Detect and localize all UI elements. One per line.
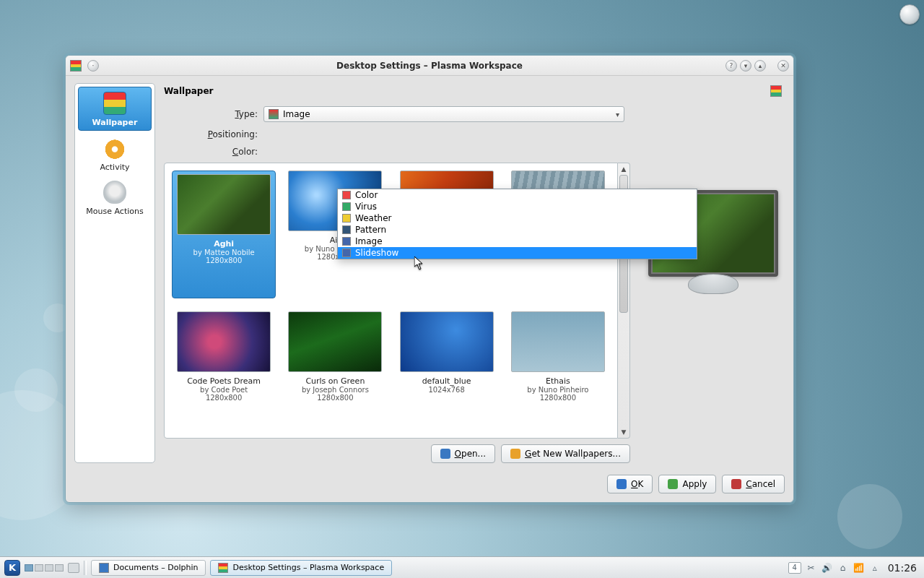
type-combobox[interactable]: Image ▾ xyxy=(263,106,624,122)
thumbnail-image xyxy=(511,311,605,372)
close-button[interactable]: ✕ xyxy=(777,60,789,72)
dropdown-option[interactable]: Virus xyxy=(338,201,697,212)
window-app-icon xyxy=(70,60,82,72)
dropdown-option[interactable]: Color xyxy=(338,189,697,201)
option-icon xyxy=(342,249,351,257)
wallpaper-title: default_blue xyxy=(395,376,499,386)
wallpaper-author: by Nuno Pinheiro xyxy=(506,386,610,394)
wallpaper-resolution: 1024x768 xyxy=(395,386,499,394)
thumbnail-image xyxy=(177,311,271,372)
window-menu-button[interactable]: · xyxy=(87,60,99,72)
wallpaper-author: by Code Poet xyxy=(172,386,276,394)
task-label: Documents – Dolphin xyxy=(113,563,198,572)
type-value: Image xyxy=(283,109,310,119)
thumbnail-image xyxy=(400,311,494,372)
category-sidebar: Wallpaper Activity Mouse Actions xyxy=(74,83,155,463)
wallpaper-resolution: 924x578 xyxy=(172,394,276,402)
wallpaper-resolution: 924x578 xyxy=(174,256,274,264)
sidebar-item-activity[interactable]: Activity xyxy=(78,132,152,175)
type-dropdown-popup[interactable]: ColorVirusWeatherPatternImageSlideshow xyxy=(337,189,697,259)
option-icon xyxy=(342,225,351,234)
sidebar-item-label: Activity xyxy=(100,163,129,172)
task-entry-desktop-settings[interactable]: Desktop Settings – Plasma Workspace xyxy=(210,560,392,576)
ok-icon xyxy=(616,479,627,489)
dropdown-option[interactable]: Image xyxy=(338,236,697,247)
option-label: Image xyxy=(355,236,383,246)
dropdown-option[interactable]: Slideshow xyxy=(338,247,697,259)
network-icon[interactable]: 📶 xyxy=(853,562,865,574)
wallpaper-thumbnail[interactable]: Curls on Greenby Joseph Connors1280x800 xyxy=(283,311,387,431)
dropdown-option[interactable]: Weather xyxy=(338,212,697,224)
star-icon xyxy=(510,449,520,459)
klipper-icon[interactable]: ✂ xyxy=(806,562,817,574)
wallpaper-author: by Joseph Connors xyxy=(283,386,387,394)
chevron-down-icon: ▾ xyxy=(616,111,619,118)
wallpaper-title: Code Poets Dream xyxy=(172,376,276,386)
sidebar-item-wallpaper[interactable]: Wallpaper xyxy=(78,87,152,131)
tray-expand-icon[interactable]: ▵ xyxy=(869,562,881,574)
get-new-wallpapers-button[interactable]: Get New Wallpapers... xyxy=(501,444,630,463)
mouse-icon xyxy=(103,181,126,204)
wallpaper-thumbnail[interactable]: default_blue1024x768 xyxy=(395,311,499,431)
plasma-cashew[interactable] xyxy=(899,4,920,25)
kickoff-menu-button[interactable]: K xyxy=(4,560,20,576)
option-icon xyxy=(342,202,351,211)
volume-icon[interactable]: 🔊 xyxy=(821,562,833,574)
sidebar-item-mouse-actions[interactable]: Mouse Actions xyxy=(78,176,152,219)
wallpaper-icon xyxy=(103,92,126,115)
main-panel: Wallpaper Type: Image ▾ Positioning: Col… xyxy=(164,83,785,463)
wallpaper-thumbnail[interactable]: Code Poets Dreamby Code Poet1280x800 xyxy=(172,311,276,431)
option-label: Color xyxy=(355,190,378,200)
monitor-stand xyxy=(688,274,738,294)
show-desktop-button[interactable] xyxy=(68,563,79,573)
activity-icon xyxy=(103,137,126,160)
help-button[interactable]: ? xyxy=(725,60,737,72)
color-label: Color: xyxy=(200,147,258,157)
open-button[interactable]: Open... xyxy=(431,444,496,463)
desktop-decor xyxy=(14,368,58,412)
option-label: Virus xyxy=(355,202,377,212)
titlebar[interactable]: · Desktop Settings – Plasma Workspace ? … xyxy=(66,56,793,76)
scroll-down-icon[interactable]: ▼ xyxy=(618,426,629,438)
task-label: Desktop Settings – Plasma Workspace xyxy=(232,563,384,572)
option-icon xyxy=(342,214,351,223)
option-label: Slideshow xyxy=(355,248,398,258)
scroll-up-icon[interactable]: ▲ xyxy=(618,163,629,175)
wallpaper-resolution: 924x578 xyxy=(283,394,387,402)
wallpaper-thumbnail[interactable]: Ethaisby Nuno Pinheiro1280x800 xyxy=(506,311,610,431)
option-icon xyxy=(342,191,351,199)
device-notifier-icon[interactable]: ⌂ xyxy=(837,562,849,574)
wallpaper-author: by Matteo Nobile xyxy=(174,249,274,256)
section-title: Wallpaper xyxy=(164,86,213,96)
wallpaper-title: Ethais xyxy=(506,376,610,386)
positioning-label: Positioning: xyxy=(200,129,258,139)
ok-button[interactable]: OK xyxy=(607,475,653,493)
option-label: Pattern xyxy=(355,225,386,235)
minimize-button[interactable]: ▾ xyxy=(740,60,751,72)
clock[interactable]: 01:26 xyxy=(885,562,920,574)
maximize-button[interactable]: ▴ xyxy=(754,60,766,72)
apply-button[interactable]: Apply xyxy=(658,475,716,493)
keyboard-layout-indicator[interactable]: 4 xyxy=(788,562,801,574)
dolphin-icon xyxy=(99,563,109,573)
option-icon xyxy=(342,237,351,246)
type-label: Type: xyxy=(200,109,258,119)
sidebar-item-label: Wallpaper xyxy=(92,118,138,127)
task-entry-dolphin[interactable]: Documents – Dolphin xyxy=(91,560,206,576)
wallpaper-title: Aghi xyxy=(174,239,274,249)
settings-icon xyxy=(218,563,228,573)
section-icon xyxy=(770,85,782,97)
taskbar: K Documents – Dolphin Desktop Settings –… xyxy=(0,556,924,578)
wallpaper-thumbnail[interactable]: Aghiby Matteo Nobile1280x800 xyxy=(172,171,276,298)
dropdown-option[interactable]: Pattern xyxy=(338,224,697,236)
option-label: Weather xyxy=(355,213,392,223)
image-type-icon xyxy=(269,109,279,119)
desktop-pager[interactable] xyxy=(25,564,64,571)
cancel-icon xyxy=(731,479,741,489)
wallpaper-title: Curls on Green xyxy=(283,376,387,386)
thumbnail-image xyxy=(288,311,382,372)
window-title: Desktop Settings – Plasma Workspace xyxy=(66,61,793,71)
cancel-button[interactable]: Cancel xyxy=(722,475,785,493)
dialog-button-row: OK Apply Cancel xyxy=(66,469,793,502)
form-area: Type: Image ▾ Positioning: Color: xyxy=(200,106,785,157)
